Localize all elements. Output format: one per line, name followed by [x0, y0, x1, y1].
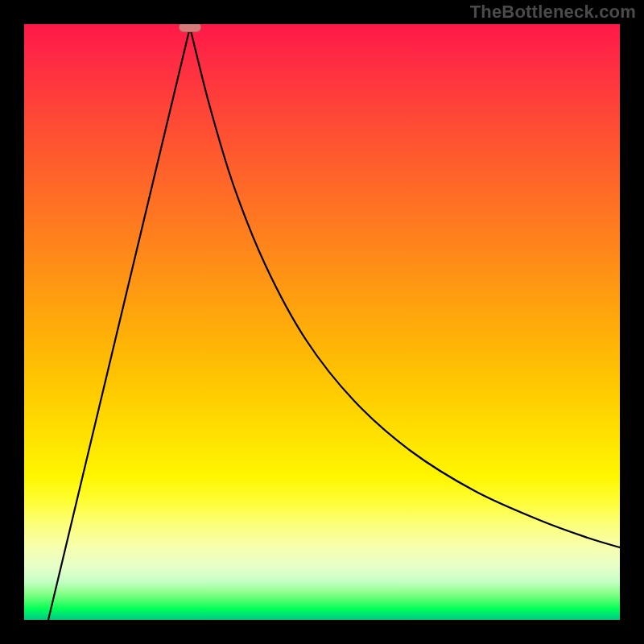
watermark-text: TheBottleneck.com	[470, 2, 636, 23]
curve-path	[48, 27, 620, 620]
curve-layer	[24, 24, 620, 620]
plot-area	[24, 24, 620, 620]
vertex-marker	[179, 24, 201, 32]
chart-frame: TheBottleneck.com	[0, 0, 644, 644]
